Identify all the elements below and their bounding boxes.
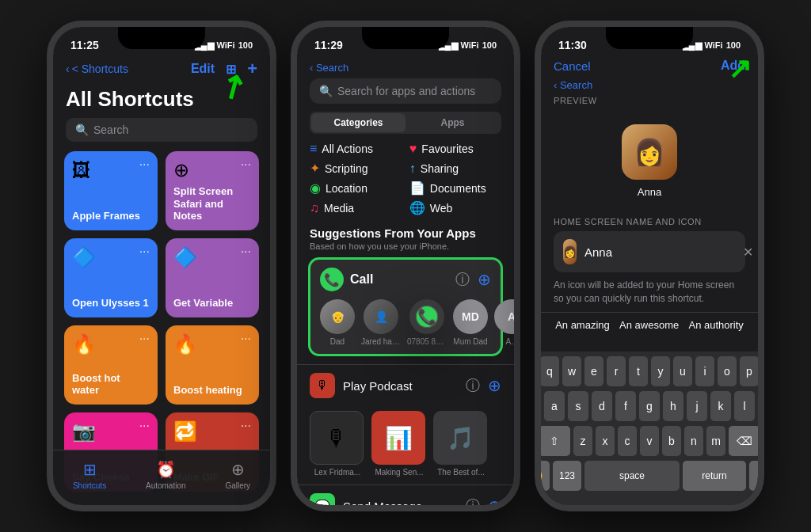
key-k[interactable]: k <box>710 391 731 421</box>
back-button-2[interactable]: ‹ Search <box>297 59 514 75</box>
shortcut-ulysses[interactable]: 🔷 ··· Open Ulysses 1 <box>64 238 158 317</box>
key-z[interactable]: z <box>573 426 592 456</box>
key-c[interactable]: c <box>618 426 637 456</box>
add-icon-3[interactable]: ⊕ <box>488 496 501 505</box>
tab-automation[interactable]: ⏰ Automation <box>146 460 186 490</box>
call-suggestion-card[interactable]: 📞 Call ⓘ ⊕ 👴 Dad 👤 Jared hard... <box>308 257 503 356</box>
grid-icon[interactable]: ⊞ <box>226 62 236 77</box>
edit-button[interactable]: Edit <box>191 62 215 76</box>
contact-a[interactable]: A A... <box>494 299 514 346</box>
tab-label: Gallery <box>225 481 250 490</box>
key-f[interactable]: f <box>615 391 636 421</box>
action-scripting[interactable]: ✦ Scripting <box>310 161 402 176</box>
key-d[interactable]: d <box>592 391 612 421</box>
more-dots[interactable]: ··· <box>139 158 150 172</box>
key-y[interactable]: y <box>651 356 670 386</box>
info-icon[interactable]: ⓘ <box>455 270 470 289</box>
key-b[interactable]: b <box>662 426 681 456</box>
key-i[interactable]: i <box>695 356 714 386</box>
more-dots[interactable]: ··· <box>241 419 251 433</box>
key-t[interactable]: t <box>629 356 648 386</box>
shortcut-get-variable[interactable]: 🔷 ··· Get Variable <box>166 238 259 317</box>
action-all-actions[interactable]: ≡ All Actions <box>310 142 402 156</box>
key-h[interactable]: h <box>663 391 683 421</box>
action-favourites[interactable]: ♥ Favourites <box>409 142 501 156</box>
add-button[interactable]: Add <box>721 59 745 73</box>
key-n[interactable]: n <box>684 426 703 456</box>
shortcut-boost-heating[interactable]: 🔥 ··· Boost heating <box>166 325 259 405</box>
contact-name: 07805 878... <box>407 337 447 346</box>
mic-key[interactable]: 🎤 <box>749 461 758 491</box>
shortcut-apple-frames[interactable]: 🖼 ··· Apple Frames <box>64 151 158 230</box>
cancel-button[interactable]: Cancel <box>554 59 591 73</box>
search-bar-2[interactable]: 🔍 Search for apps and actions <box>310 78 501 104</box>
shortcut-boost-hot-water[interactable]: 🔥 ··· Boost hot water <box>64 325 158 405</box>
key-g[interactable]: g <box>639 391 660 421</box>
tab-shortcuts[interactable]: ⊞ Shortcuts <box>73 460 106 490</box>
key-a[interactable]: a <box>544 391 565 421</box>
info-icon-2[interactable]: ⓘ <box>466 376 480 395</box>
name-avatar: 👩 <box>563 239 577 264</box>
back-shortcuts-button[interactable]: ‹ < Shortcuts <box>66 63 128 75</box>
delete-key[interactable]: ⌫ <box>729 426 758 456</box>
key-q[interactable]: q <box>541 356 559 386</box>
action-sharing[interactable]: ↑ Sharing <box>409 161 501 176</box>
contact-jared[interactable]: 👤 Jared hard... <box>361 299 401 346</box>
contact-dad[interactable]: 👴 Dad <box>320 299 355 346</box>
shortcut-split-screen[interactable]: ⊕ ··· Split Screen Safari and Notes <box>166 151 259 230</box>
clear-button[interactable]: ✕ <box>743 245 753 260</box>
podcast-item-3[interactable]: 🎵 The Best of... <box>433 411 489 477</box>
key-u[interactable]: u <box>673 356 692 386</box>
space-key[interactable]: space <box>584 461 680 491</box>
emoji-key[interactable]: 😊 <box>541 461 550 491</box>
more-dots[interactable]: ··· <box>139 419 150 433</box>
key-j[interactable]: j <box>687 391 707 421</box>
more-dots[interactable]: ··· <box>139 332 150 346</box>
key-r[interactable]: r <box>607 356 626 386</box>
shortcut-name-input[interactable] <box>584 245 735 259</box>
tab-categories[interactable]: Categories <box>311 113 406 132</box>
add-icon[interactable]: ⊕ <box>478 270 491 289</box>
suggestion-authority[interactable]: An authority <box>688 319 743 331</box>
action-label: Location <box>326 182 367 195</box>
action-row-4: ♫ Media 🌐 Web <box>310 200 501 215</box>
contact-avatar: A <box>494 299 514 334</box>
back-search-3[interactable]: ‹ Search <box>541 79 758 96</box>
num-key[interactable]: 123 <box>553 461 581 491</box>
key-l[interactable]: l <box>734 391 755 421</box>
contact-number[interactable]: 📞 07805 878... <box>407 299 447 346</box>
more-dots[interactable]: ··· <box>241 158 251 172</box>
tab-gallery[interactable]: ⊕ Gallery <box>225 460 250 490</box>
more-dots[interactable]: ··· <box>241 332 251 346</box>
podcast-row[interactable]: 🎙 Play Podcast ⓘ ⊕ <box>297 364 514 406</box>
suggestion-amazing[interactable]: An amazing <box>555 319 610 331</box>
more-dots[interactable]: ··· <box>139 245 150 259</box>
add-shortcut-button[interactable]: + <box>247 59 257 79</box>
action-documents[interactable]: 📄 Documents <box>409 180 501 196</box>
podcast-item-1[interactable]: 🎙 Lex Fridma... <box>310 411 365 477</box>
action-web[interactable]: 🌐 Web <box>409 200 501 215</box>
key-o[interactable]: o <box>718 356 737 386</box>
suggestion-awesome[interactable]: An awesome <box>619 319 679 331</box>
info-icon-3[interactable]: ⓘ <box>466 496 480 505</box>
podcast-item-2[interactable]: 📊 Making Sen... <box>371 411 427 477</box>
key-v[interactable]: v <box>640 426 659 456</box>
action-media[interactable]: ♫ Media <box>310 200 402 215</box>
key-w[interactable]: w <box>562 356 581 386</box>
more-dots[interactable]: ··· <box>241 245 251 259</box>
return-key[interactable]: return <box>683 461 746 491</box>
all-actions-icon: ≡ <box>310 142 317 156</box>
add-icon-2[interactable]: ⊕ <box>488 376 501 395</box>
key-p[interactable]: p <box>740 356 758 386</box>
key-s[interactable]: s <box>568 391 588 421</box>
key-x[interactable]: x <box>596 426 615 456</box>
tab-apps[interactable]: Apps <box>406 113 500 132</box>
send-message-row[interactable]: 💬 Send Message ⓘ ⊕ <box>297 484 514 505</box>
search-bar-1[interactable]: 🔍 Search <box>66 118 257 142</box>
key-e[interactable]: e <box>584 356 603 386</box>
contact-mum-dad[interactable]: MD Mum Dad <box>453 299 488 346</box>
tab-bar-1: ⊞ Shortcuts ⏰ Automation ⊕ Gallery <box>53 450 270 505</box>
shift-key[interactable]: ⇧ <box>541 426 570 456</box>
action-location[interactable]: ◉ Location <box>310 180 402 196</box>
key-m[interactable]: m <box>706 426 725 456</box>
